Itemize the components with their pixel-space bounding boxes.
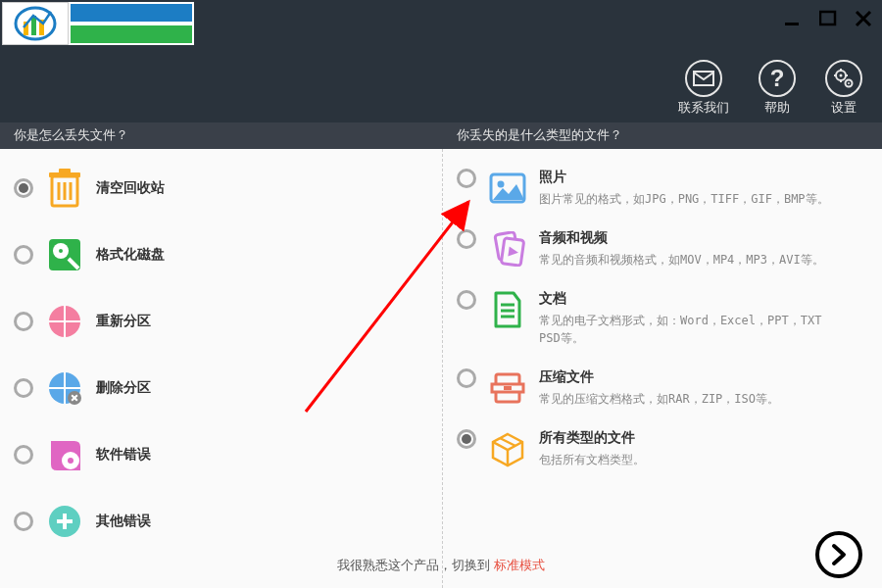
radio-icon: [14, 445, 33, 465]
option-label: 其他错误: [96, 513, 151, 530]
option-title: 照片: [539, 169, 829, 186]
radio-icon: [457, 290, 476, 310]
svg-rect-45: [504, 386, 512, 390]
svg-rect-17: [59, 169, 71, 173]
svg-point-8: [840, 74, 843, 76]
help-label: 帮助: [764, 99, 790, 117]
radio-icon: [14, 312, 33, 331]
svg-rect-5: [820, 12, 835, 24]
plus-icon: [45, 502, 84, 541]
option-desc: 包括所有文档类型。: [539, 451, 645, 468]
minimize-button[interactable]: [784, 10, 802, 27]
file-type-column: 照片 图片常见的格式，如JPG，PNG，TIFF，GIF，BMP等。 音频和视频…: [443, 149, 882, 588]
trash-icon: [45, 169, 84, 208]
cd-icon: [45, 435, 84, 474]
app-logo: [2, 2, 194, 45]
pie-blue-icon: [45, 368, 84, 408]
close-button[interactable]: [855, 10, 872, 27]
option-label: 软件错误: [96, 446, 151, 464]
option-document[interactable]: 文档 常见的电子文档形式，如：Word，Excel，PPT，TXT PSD等。: [457, 290, 868, 347]
chevron-right-icon: [826, 542, 852, 567]
pie-pink-icon: [45, 302, 84, 341]
option-software-error[interactable]: 软件错误: [14, 435, 428, 474]
help-icon: ?: [759, 60, 796, 97]
radio-icon: [457, 229, 476, 249]
option-repartition[interactable]: 重新分区: [14, 302, 428, 341]
option-label: 删除分区: [96, 379, 151, 397]
svg-rect-4: [785, 23, 799, 25]
radio-icon: [14, 512, 33, 531]
contact-label: 联系我们: [678, 99, 729, 117]
image-icon: [488, 169, 527, 208]
svg-point-23: [59, 249, 63, 253]
option-title: 音频和视频: [539, 229, 824, 247]
option-format-disk[interactable]: 格式化磁盘: [14, 235, 428, 274]
media-icon: [488, 229, 527, 269]
option-empty-recycle-bin[interactable]: 清空回收站: [14, 169, 428, 208]
option-delete-partition[interactable]: 删除分区: [14, 368, 428, 408]
option-title: 压缩文件: [539, 368, 779, 386]
option-desc: 常见的电子文档形式，如：Word，Excel，PPT，TXT PSD等。: [539, 312, 843, 347]
radio-icon: [457, 429, 476, 449]
radio-icon: [14, 245, 33, 265]
option-audio-video[interactable]: 音频和视频 常见的音频和视频格式，如MOV，MP4，MP3，AVI等。: [457, 229, 868, 269]
option-title: 所有类型的文件: [539, 429, 645, 447]
option-desc: 常见的音频和视频格式，如MOV，MP4，MP3，AVI等。: [539, 251, 824, 269]
contact-us-button[interactable]: 联系我们: [678, 60, 729, 117]
how-lost-column: 清空回收站 格式化磁盘 重新分区 删除分: [0, 149, 443, 588]
question-how-lost: 你是怎么丢失文件？: [0, 126, 443, 144]
radio-icon: [457, 169, 476, 188]
standard-mode-link[interactable]: 标准模式: [494, 558, 545, 572]
radio-icon: [14, 178, 33, 198]
help-button[interactable]: ? 帮助: [759, 60, 796, 117]
option-archive[interactable]: 压缩文件 常见的压缩文档格式，如RAR，ZIP，ISO等。: [457, 368, 868, 408]
option-label: 重新分区: [96, 313, 151, 330]
option-all-types[interactable]: 所有类型的文件 包括所有文档类型。: [457, 429, 868, 468]
maximize-button[interactable]: [819, 10, 837, 27]
option-title: 文档: [539, 290, 843, 308]
archive-icon: [488, 368, 527, 408]
svg-point-10: [848, 82, 850, 84]
footer-text: 我很熟悉这个产品，切换到 标准模式: [0, 557, 882, 574]
next-button[interactable]: [815, 531, 862, 578]
box-icon: [488, 429, 527, 468]
option-desc: 常见的压缩文档格式，如RAR，ZIP，ISO等。: [539, 390, 779, 408]
doc-icon: [488, 290, 527, 329]
question-file-type: 你丢失的是什么类型的文件？: [443, 126, 882, 144]
option-photo[interactable]: 照片 图片常见的格式，如JPG，PNG，TIFF，GIF，BMP等。: [457, 169, 868, 208]
option-label: 清空回收站: [96, 179, 165, 197]
settings-label: 设置: [831, 99, 857, 117]
mail-icon: [685, 60, 722, 97]
svg-point-32: [68, 458, 74, 464]
footer-prefix: 我很熟悉这个产品，切换到: [337, 558, 494, 572]
svg-point-37: [498, 181, 505, 188]
settings-button[interactable]: 设置: [825, 60, 862, 117]
option-label: 格式化磁盘: [96, 246, 165, 264]
disk-icon: [45, 235, 84, 274]
option-other-error[interactable]: 其他错误: [14, 502, 428, 541]
radio-icon: [14, 378, 33, 398]
gear-icon: [825, 60, 862, 97]
radio-icon: [457, 368, 476, 388]
option-desc: 图片常见的格式，如JPG，PNG，TIFF，GIF，BMP等。: [539, 190, 829, 208]
